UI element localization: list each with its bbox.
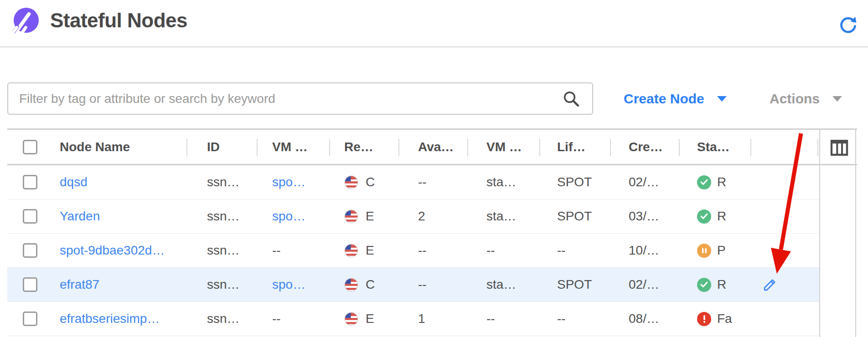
status-running-icon [697,175,711,189]
spot-logo-icon [11,7,40,36]
status-running-icon [697,278,711,292]
chevron-down-icon [832,95,843,102]
column-separator [398,139,399,156]
region-code: E [366,243,374,258]
lifecycle: SPOT [557,209,592,224]
table-row[interactable]: efratbseriesimp… ssn… -- [7,302,857,336]
node-name-link[interactable]: efratbseriesimp… [60,311,160,326]
status-paused-icon [697,244,711,258]
vm-name-link[interactable]: spo… [272,209,305,224]
lifecycle: SPOT [557,175,592,189]
node-id: ssn… [207,243,240,258]
column-separator [467,139,468,156]
column-separator [679,139,680,156]
edit-pencil-icon[interactable] [762,277,777,292]
column-separator [750,139,751,156]
availability-zone: 1 [418,311,425,326]
node-id: ssn… [207,209,240,224]
row-checkbox[interactable] [23,277,37,292]
column-separator [329,139,330,156]
us-flag-icon [344,209,358,224]
created-date: 02/… [629,277,659,292]
column-header-id[interactable]: ID [186,140,257,154]
app-header: Stateful Nodes [0,0,868,46]
status-label: Fa [717,311,732,326]
nodes-table: Node NameIDVM …Re…Ava…VM …Lif…Cre…Sta… d… [7,128,857,337]
vm-size: sta… [486,277,516,292]
lifecycle: SPOT [557,277,592,292]
refresh-icon[interactable] [838,15,857,35]
column-header-name[interactable]: Node Name [53,140,186,154]
availability-zone: -- [418,277,427,292]
table-vertical-divider [819,128,820,337]
us-flag-icon [344,312,358,326]
column-header-status[interactable]: Sta… [679,140,750,154]
status-running-icon [697,209,711,224]
column-separator [817,139,818,156]
search-icon [562,89,581,108]
node-name-link[interactable]: efrat87 [60,277,99,292]
table-body: dqsd ssn… spo… C [7,165,857,336]
status-label: R [717,209,726,224]
region-code: C [366,277,375,292]
availability-zone: -- [418,175,427,189]
node-name-link[interactable]: Yarden [60,209,100,224]
lifecycle: -- [557,311,566,326]
actions-label: Actions [770,91,820,107]
column-header-region[interactable]: Re… [329,140,398,154]
table-row[interactable]: efrat87 ssn… spo… C [7,268,857,302]
node-name-link[interactable]: spot-9dbae302d… [60,243,165,258]
page-title: Stateful Nodes [50,9,187,32]
row-checkbox[interactable] [23,243,37,258]
created-date: 02/… [629,175,659,189]
create-node-label: Create Node [624,91,704,107]
us-flag-icon [344,244,358,258]
status-label: R [717,277,726,292]
region-code: E [366,209,374,224]
column-header-created[interactable]: Cre… [610,140,679,154]
lifecycle: -- [557,243,566,258]
node-id: ssn… [207,311,240,326]
created-date: 03/… [629,209,659,224]
vm-name: -- [272,311,281,326]
us-flag-icon [344,278,358,292]
created-date: 10/… [629,243,659,258]
region-code: E [366,311,374,326]
create-node-button[interactable]: Create Node [624,82,728,115]
table-row[interactable]: spot-9dbae302d… ssn… -- [7,234,857,268]
table-header-row: Node NameIDVM …Re…Ava…VM …Lif…Cre…Sta… [7,130,857,165]
node-id: ssn… [207,175,240,189]
actions-button[interactable]: Actions [770,82,843,115]
column-header-vm_size[interactable]: VM … [467,140,539,154]
row-checkbox[interactable] [23,311,37,326]
column-header-lifecycle[interactable]: Lif… [539,140,610,154]
select-all-checkbox[interactable] [23,140,37,154]
row-checkbox[interactable] [23,209,37,224]
column-separator [539,139,540,156]
vm-size: -- [486,311,495,326]
vm-name-link[interactable]: spo… [272,175,305,189]
column-header-availability[interactable]: Ava… [398,140,467,154]
node-name-link[interactable]: dqsd [60,175,88,189]
row-checkbox[interactable] [23,175,37,189]
status-label: P [717,243,726,258]
vm-name-link[interactable]: spo… [272,277,305,292]
table-row[interactable]: dqsd ssn… spo… C [7,165,857,199]
table-right-border [855,128,856,337]
column-separator [257,139,258,156]
status-failed-icon [697,312,711,326]
us-flag-icon [344,175,358,189]
filter-input[interactable] [7,82,593,115]
vm-size: -- [486,243,495,258]
column-separator [186,139,187,156]
column-chooser-icon[interactable] [830,139,848,156]
column-header-vm_name[interactable]: VM … [257,140,329,154]
stateful-nodes-page: Stateful Nodes Create Node Actions Node … [0,0,868,337]
table-row[interactable]: Yarden ssn… spo… E [7,199,857,234]
vm-size: sta… [486,175,516,189]
chevron-down-icon [716,95,728,102]
availability-zone: 2 [418,209,425,224]
vm-size: sta… [486,209,516,224]
vm-name: -- [272,243,281,258]
availability-zone: -- [418,243,427,258]
